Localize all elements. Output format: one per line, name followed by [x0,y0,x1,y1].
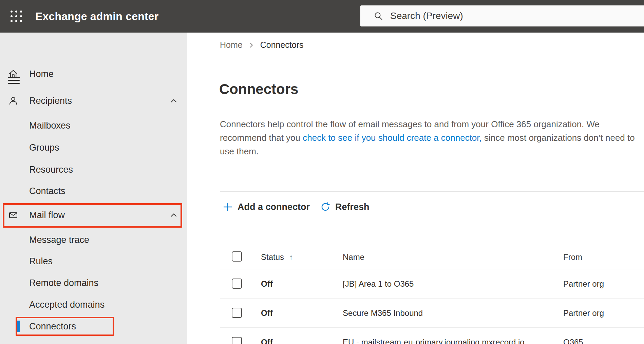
sidebar-item-home[interactable]: Home [0,63,187,85]
cell-status: Off [261,269,273,299]
sidebar-item-label: Resources [29,159,73,180]
plus-icon [223,202,233,212]
sort-ascending-icon: ↑ [289,252,293,262]
sidebar-item-label: Recipients [29,90,72,112]
search-icon [373,11,383,21]
sidebar-item-mailboxes[interactable]: Mailboxes [0,115,187,136]
column-header-from[interactable]: From [563,245,582,269]
sidebar-item-label: Rules [29,250,53,272]
search-input[interactable]: Search (Preview) [360,5,644,26]
table-row[interactable]: OffSecure M365 InboundPartner org [220,299,644,328]
app-title: Exchange admin center [35,0,158,33]
sidebar-item-label: Remote domains [29,272,98,294]
add-connector-label: Add a connector [238,202,310,212]
cell-from: Partner org [563,299,604,328]
page-description: Connectors help control the flow of emai… [220,117,636,158]
selected-indicator [17,321,20,332]
waffle-icon [11,11,22,22]
sidebar-item-remote-domains[interactable]: Remote domains [0,272,187,294]
page-title: Connectors [219,81,298,98]
cell-from: Partner org [563,269,604,299]
sidebar-item-label: Groups [29,137,59,158]
person-icon [8,96,18,106]
exchange-admin-center-screen: Exchange admin center Search (Preview) H… [0,0,644,344]
table-header: Status ↑ Name From [220,245,644,269]
app-launcher-button[interactable] [4,0,29,33]
sidebar: HomeRecipientsMailboxesGroupsResourcesCo… [0,33,187,344]
sidebar-item-label: Accepted domains [29,294,105,316]
sidebar-item-label: Connectors [29,316,76,337]
create-connector-check-link[interactable]: check to see if you should create a conn… [303,133,482,143]
cell-from: O365 [563,328,583,344]
row-checkbox[interactable] [232,337,242,344]
column-header-name[interactable]: Name [343,245,364,269]
chevron-up-icon [170,97,178,105]
select-all-checkbox[interactable] [232,251,242,262]
add-connector-button[interactable]: Add a connector [223,198,310,216]
row-checkbox[interactable] [232,308,242,318]
sidebar-item-label: Mail flow [29,204,65,226]
sidebar-item-contacts[interactable]: Contacts [0,180,187,202]
sidebar-item-label: Home [29,63,54,85]
sidebar-item-rules[interactable]: Rules [0,250,187,272]
refresh-icon [320,202,330,212]
mail-icon [8,210,18,220]
cell-name: EU - mailstream-eu-primary.journaling.mx… [343,328,525,344]
home-icon [8,69,18,79]
breadcrumb: Home Connectors [220,37,304,52]
sidebar-item-label: Mailboxes [29,115,71,136]
table-row[interactable]: OffEU - mailstream-eu-primary.journaling… [220,328,644,344]
table-row[interactable]: Off[JB] Area 1 to O365Partner org [220,269,644,299]
column-header-status[interactable]: Status ↑ [261,245,293,269]
breadcrumb-current: Connectors [260,40,304,50]
cell-status: Off [261,328,273,344]
row-checkbox[interactable] [232,279,242,289]
sidebar-item-accepted-domains[interactable]: Accepted domains [0,294,187,316]
breadcrumb-home[interactable]: Home [220,40,243,50]
topbar: Exchange admin center Search (Preview) [0,0,644,33]
chevron-right-icon [248,42,255,49]
sidebar-item-message-trace[interactable]: Message trace [0,229,187,251]
cell-name: [JB] Area 1 to O365 [343,269,414,299]
refresh-label: Refresh [335,202,370,212]
sidebar-item-recipients[interactable]: Recipients [0,90,187,112]
cell-status: Off [261,299,273,328]
search-placeholder: Search (Preview) [390,11,463,21]
sidebar-item-label: Contacts [29,180,65,202]
status-header-label: Status [261,252,284,262]
sidebar-item-mail-flow[interactable]: Mail flow [0,204,187,226]
refresh-button[interactable]: Refresh [320,198,370,216]
chevron-up-icon [170,211,178,219]
sidebar-item-resources[interactable]: Resources [0,159,187,180]
main-content: Home Connectors Connectors Connectors he… [187,33,644,344]
cell-name: Secure M365 Inbound [343,299,423,328]
toolbar-divider [220,191,644,192]
sidebar-item-label: Message trace [29,229,89,251]
sidebar-item-connectors[interactable]: Connectors [0,316,187,337]
sidebar-item-groups[interactable]: Groups [0,137,187,158]
